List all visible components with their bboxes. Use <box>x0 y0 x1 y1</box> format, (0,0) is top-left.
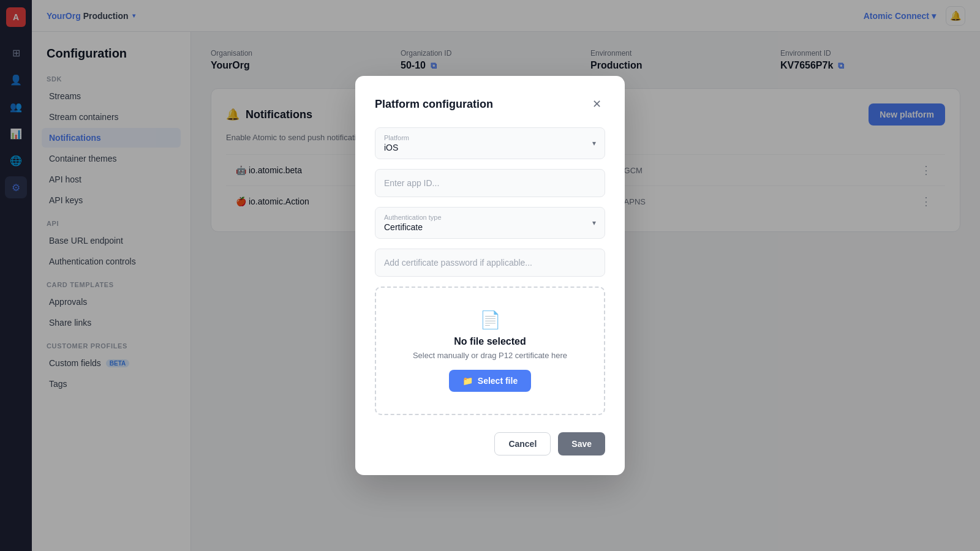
modal-close-button[interactable]: ✕ <box>588 96 605 113</box>
select-file-button[interactable]: 📁 Select file <box>449 370 531 392</box>
auth-type-chevron: ▾ <box>592 219 596 227</box>
drag-hint: Select manually or drag P12 certificate … <box>391 351 589 360</box>
auth-type-field: Authentication type Certificate ▾ <box>375 207 605 239</box>
cert-password-field <box>375 249 605 277</box>
save-button[interactable]: Save <box>558 432 605 455</box>
no-file-text: No file selected <box>391 336 589 347</box>
auth-type-label: Authentication type <box>384 214 596 221</box>
modal-footer: Cancel Save <box>375 432 605 455</box>
auth-type-value: Certificate <box>384 222 596 232</box>
modal-title: Platform configuration <box>375 98 493 111</box>
app-id-input[interactable] <box>375 169 605 197</box>
platform-select[interactable]: Platform iOS ▾ <box>375 127 605 159</box>
platform-value: iOS <box>384 143 596 152</box>
cancel-button[interactable]: Cancel <box>494 432 551 455</box>
select-file-icon: 📁 <box>462 376 473 386</box>
platform-chevron: ▾ <box>592 139 596 148</box>
file-drop-zone[interactable]: 📄 No file selected Select manually or dr… <box>375 287 605 415</box>
auth-type-select[interactable]: Authentication type Certificate ▾ <box>375 207 605 239</box>
platform-config-modal: Platform configuration ✕ Platform iOS ▾ … <box>355 76 625 475</box>
cert-password-input[interactable] <box>375 249 605 277</box>
select-file-label: Select file <box>478 376 518 386</box>
platform-label: Platform <box>384 134 596 141</box>
modal-overlay: Platform configuration ✕ Platform iOS ▾ … <box>0 0 980 551</box>
platform-field: Platform iOS ▾ <box>375 127 605 159</box>
file-icon: 📄 <box>391 310 589 330</box>
app-id-field <box>375 169 605 197</box>
modal-header: Platform configuration ✕ <box>375 96 605 113</box>
